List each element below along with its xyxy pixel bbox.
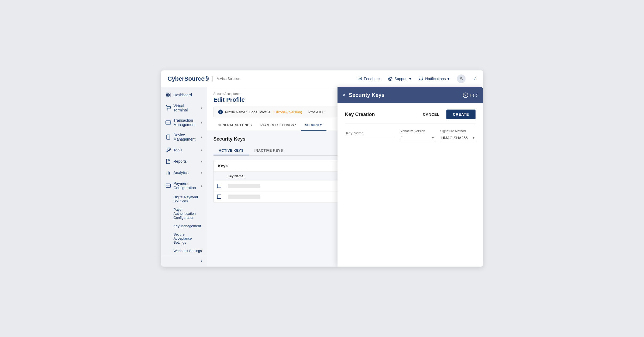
payment-chevron-icon: ▴ [201, 184, 202, 188]
tools-chevron-icon: ▾ [201, 148, 202, 152]
sidebar-item-tools[interactable]: Tools ▾ [161, 144, 207, 156]
sidebar-sub-payer-auth[interactable]: Payer Authentication Configuration [161, 205, 207, 222]
profile-id-label: Profile ID : [308, 110, 325, 114]
help-circle-icon: ? [463, 93, 468, 98]
table-header-key-name: Key Name... [225, 172, 337, 181]
panel-title: Security Keys [349, 92, 384, 98]
row-checkbox-1[interactable] [217, 184, 221, 188]
svg-rect-21 [166, 184, 170, 187]
header-right: Feedback Support ▾ Notifications ▾ ✓ [357, 74, 477, 83]
top-header: CyberSource® | A Visa Solution Feedback … [161, 70, 483, 87]
row-key-name-2 [225, 192, 337, 203]
panel-body: Key Creation CANCEL CREATE Signature Ver… [338, 103, 483, 267]
cancel-button[interactable]: CANCEL [419, 110, 444, 119]
support-icon [388, 76, 393, 81]
bell-icon [419, 76, 423, 81]
signature-version-select[interactable]: 1 2 [400, 134, 435, 142]
header-checkmark-icon: ✓ [473, 76, 477, 81]
card-icon [166, 120, 171, 125]
key-name-group [345, 129, 394, 142]
sidebar-item-transaction-management[interactable]: Transaction Management ▾ [161, 115, 207, 130]
security-keys-panel: × Security Keys ? Help Key Creation CANC… [338, 87, 483, 267]
sidebar-sub-webhook[interactable]: Webhook Settings [161, 247, 207, 255]
row-checkbox-2[interactable] [217, 195, 221, 199]
tab-general-settings[interactable]: GENERAL SETTINGS [213, 121, 256, 131]
signature-version-label: Signature Version [400, 129, 435, 133]
analytics-chevron-icon: ▾ [201, 171, 202, 175]
virtual-terminal-chevron-icon: ▾ [201, 106, 202, 110]
user-icon [459, 77, 463, 81]
transaction-chevron-icon: ▾ [201, 121, 202, 124]
key-creation-title: Key Creation [345, 112, 375, 117]
sidebar-sub-digital-payment[interactable]: Digital Payment Solutions [161, 193, 207, 205]
signature-method-label: Signature Method [440, 129, 476, 133]
sidebar-item-dashboard[interactable]: Dashboard [161, 89, 207, 101]
table-header-checkbox [214, 172, 225, 181]
panel-header: × Security Keys ? Help [338, 87, 483, 103]
support-button[interactable]: Support ▾ [388, 76, 411, 81]
sidebar-sub-secure-acceptance[interactable]: Secure Acceptance Settings [161, 230, 207, 247]
notifications-button[interactable]: Notifications ▾ [419, 76, 449, 81]
page-title: Edit Profile [213, 96, 245, 103]
device-icon [166, 134, 171, 140]
payment-icon [166, 183, 171, 188]
sidebar-transaction-label: Transaction Management [174, 118, 198, 127]
user-avatar[interactable] [457, 74, 466, 83]
sidebar-item-reports[interactable]: Reports ▾ [161, 156, 207, 167]
profile-name-suffix: (Edit/View Version) [273, 110, 302, 114]
sidebar-analytics-label: Analytics [174, 171, 189, 175]
visa-solution-text: A Visa Solution [217, 77, 240, 81]
sidebar-item-payment-configuration[interactable]: Payment Configuration ▴ [161, 178, 207, 193]
key-creation-actions: CANCEL CREATE [419, 110, 476, 119]
key-name-input[interactable] [345, 129, 394, 137]
profile-name-value: Local Profile [249, 110, 270, 114]
row-key-name-1 [225, 181, 337, 192]
svg-rect-16 [167, 135, 170, 139]
sidebar-collapse-button[interactable]: ‹ [201, 258, 202, 263]
sidebar-device-label: Device Management [174, 133, 198, 141]
tools-icon [166, 147, 171, 153]
signature-version-select-wrapper: 1 2 ▾ [400, 134, 435, 142]
svg-point-12 [167, 110, 168, 110]
profile-name-label: Profile Name : [225, 110, 247, 114]
sidebar-reports-label: Reports [174, 159, 187, 164]
logo-text: CyberSource® [168, 75, 209, 82]
panel-close-button[interactable]: × [343, 92, 346, 98]
svg-point-2 [390, 78, 391, 80]
device-chevron-icon: ▾ [201, 135, 202, 139]
svg-rect-10 [168, 96, 170, 97]
page-title-group: Secure Acceptance Edit Profile [213, 92, 245, 103]
profile-info-icon: i [218, 110, 223, 114]
sidebar-virtual-terminal-label: Virtual Terminal [174, 104, 198, 112]
key-creation-header: Key Creation CANCEL CREATE [345, 110, 476, 124]
feedback-button[interactable]: Feedback [357, 76, 380, 81]
logo-area: CyberSource® | A Visa Solution [168, 75, 240, 82]
reports-icon [166, 159, 171, 164]
svg-rect-9 [168, 93, 170, 95]
dashboard-icon [166, 92, 171, 98]
svg-rect-8 [166, 93, 168, 95]
tab-security[interactable]: SECURITY [301, 121, 326, 131]
signature-method-select[interactable]: HMAC-SHA256 HMAC-SHA512 [440, 134, 476, 142]
sidebar-payment-label: Payment Configuration [174, 181, 198, 190]
form-row: Signature Version 1 2 ▾ Signature Method… [345, 129, 476, 142]
sidebar-item-virtual-terminal[interactable]: Virtual Terminal ▾ [161, 101, 207, 115]
reports-chevron-icon: ▾ [201, 160, 202, 163]
panel-help-button[interactable]: ? Help [463, 93, 478, 98]
svg-point-7 [460, 77, 462, 79]
page-subtitle: Secure Acceptance [213, 92, 245, 96]
svg-rect-11 [166, 96, 168, 97]
sub-tab-inactive-keys[interactable]: INACTIVE KEYS [249, 146, 288, 155]
svg-rect-14 [166, 121, 170, 124]
sidebar-sub-key-management[interactable]: Key Management [161, 222, 207, 230]
signature-method-select-wrapper: HMAC-SHA256 HMAC-SHA512 ▾ [440, 134, 476, 142]
sidebar-dashboard-label: Dashboard [174, 93, 192, 97]
sidebar-item-analytics[interactable]: Analytics ▾ [161, 167, 207, 178]
feedback-icon [357, 76, 362, 81]
sidebar-item-device-management[interactable]: Device Management ▾ [161, 130, 207, 144]
sidebar-sub-menu: Digital Payment Solutions Payer Authenti… [161, 193, 207, 255]
create-button[interactable]: CREATE [446, 110, 476, 119]
svg-point-13 [170, 110, 170, 110]
sub-tab-active-keys[interactable]: ACTIVE KEYS [213, 146, 249, 155]
tab-payment-settings[interactable]: PAYMENT SETTINGS * [256, 121, 301, 131]
